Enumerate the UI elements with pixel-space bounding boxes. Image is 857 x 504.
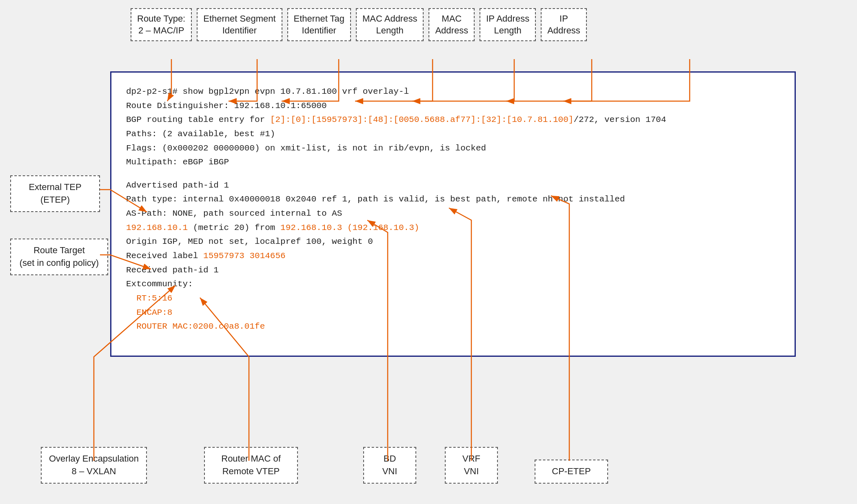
diagram-container: Route Type:2 – MAC/IP Ethernet SegmentId… <box>0 0 857 504</box>
terminal-extcomm: Extcommunity: <box>126 277 780 292</box>
terminal-recv-label: Received label 15957973 3014656 <box>126 249 780 263</box>
label-mac-addr-len: MAC AddressLength <box>356 8 424 41</box>
label-router-mac-vtep: Router MAC ofRemote VTEP <box>204 447 298 484</box>
terminal-path-type: Path type: internal 0x40000018 0x2040 re… <box>126 192 780 207</box>
label-mac-addr: MACAddress <box>428 8 475 41</box>
terminal-cmd: dp2-p2-s1# show bgpl2vpn evpn 10.7.81.10… <box>126 85 780 99</box>
terminal-nexthop-from: 192.168.10.3 (192.168.10.3) <box>280 223 419 232</box>
terminal-box: dp2-p2-s1# show bgpl2vpn evpn 10.7.81.10… <box>110 71 796 357</box>
label-vrf-vni: VRFVNI <box>445 447 498 484</box>
terminal-nexthop: 192.168.10.1 (metric 20) from 192.168.10… <box>126 221 780 235</box>
label-cp-etep: CP-ETEP <box>535 460 608 484</box>
terminal-as-path: AS-Path: NONE, path sourced internal to … <box>126 207 780 221</box>
terminal-rd: Route Distinguisher: 192.168.10.1:65000 <box>126 99 780 113</box>
terminal-adv-path: Advertised path-id 1 <box>126 179 780 193</box>
terminal-multipath: Multipath: eBGP iBGP <box>126 155 780 170</box>
label-overlay-encap: Overlay Encapsulation8 – VXLAN <box>41 447 147 484</box>
terminal-paths: Paths: (2 available, best #1) <box>126 127 780 141</box>
terminal-router-mac-value: ROUTER MAC:0200.c0a8.01fe <box>136 322 265 331</box>
label-route-type: Route Type:2 – MAC/IP <box>131 8 192 41</box>
label-external-tep: External TEP(ETEP) <box>10 175 100 212</box>
label-eti: Ethernet TagIdentifier <box>287 8 351 41</box>
label-ip-addr-len: IP AddressLength <box>480 8 536 41</box>
terminal-encap: ENCAP:8 <box>126 306 780 320</box>
top-labels-row: Route Type:2 – MAC/IP Ethernet SegmentId… <box>131 8 587 41</box>
terminal-rt-value: RT:5:16 <box>136 294 172 303</box>
terminal-prefix-highlight: [2]:[0]:[15957973]:[48]:[0050.5688.af77]… <box>270 115 574 124</box>
terminal-bgp-prefix: BGP routing table entry for [2]:[0]:[159… <box>126 113 780 127</box>
terminal-recv-path: Received path-id 1 <box>126 263 780 278</box>
label-route-target: Route Target(set in config policy) <box>10 239 108 275</box>
terminal-origin: Origin IGP, MED not set, localpref 100, … <box>126 235 780 249</box>
terminal-encap-value: ENCAP:8 <box>136 308 172 317</box>
terminal-router-mac: ROUTER MAC:0200.c0a8.01fe <box>126 320 780 334</box>
label-esi: Ethernet SegmentIdentifier <box>197 8 282 41</box>
terminal-flags: Flags: (0x000202 00000000) on xmit-list,… <box>126 141 780 156</box>
terminal-rt: RT:5:16 <box>126 292 780 306</box>
terminal-label-values: 15957973 3014656 <box>203 251 286 261</box>
label-bd-vni: BDVNI <box>363 447 416 484</box>
label-ip-addr: IPAddress <box>541 8 587 41</box>
terminal-nexthop-ip: 192.168.10.1 <box>126 223 188 232</box>
